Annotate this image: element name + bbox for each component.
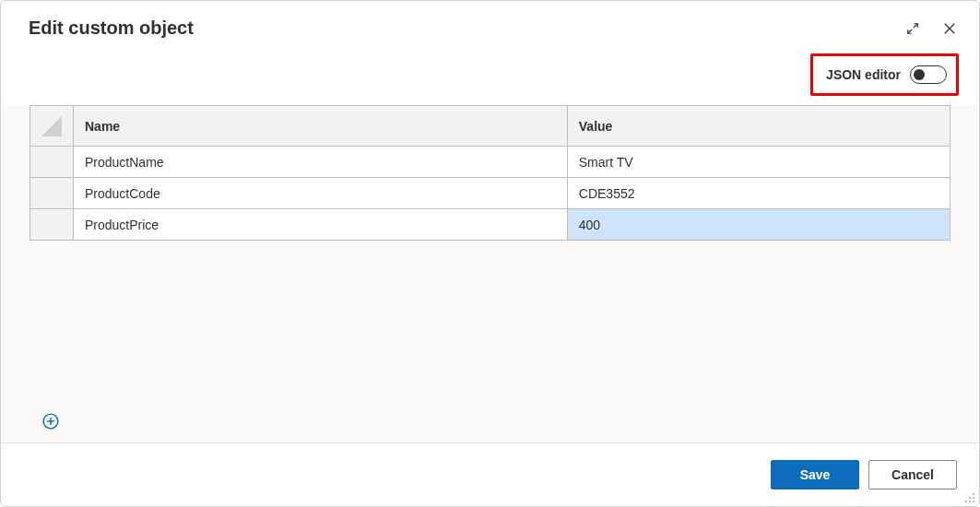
add-row-icon[interactable] [42,413,59,430]
cell-name[interactable]: ProductName [74,147,568,178]
svg-point-10 [965,501,967,502]
close-icon[interactable] [942,21,957,36]
dialog-header: Edit custom object [1,1,979,44]
table-row: ProductNameSmart TV [30,147,950,178]
edit-custom-object-dialog: Edit custom object JSON editor [0,0,980,507]
svg-point-6 [973,497,974,499]
json-editor-label: JSON editor [826,67,901,82]
svg-point-7 [973,501,974,502]
table-wrapper: Name Value ProductNameSmart TVProductCod… [2,105,978,442]
cancel-button[interactable]: Cancel [868,460,957,489]
json-editor-toggle[interactable] [910,65,947,84]
cell-name[interactable]: ProductCode [74,178,568,209]
row-handle[interactable] [30,147,74,178]
select-all-triangle-icon [41,116,62,136]
toggle-knob [914,69,925,80]
table-empty-space [30,241,950,404]
cell-value[interactable]: 400 [567,209,950,241]
resize-grip-icon[interactable] [964,491,975,502]
cell-value[interactable]: CDE3552 [567,178,950,209]
table-row: ProductCodeCDE3552 [30,178,950,209]
save-button[interactable]: Save [771,460,859,489]
table-corner-cell[interactable] [30,106,74,147]
row-handle[interactable] [30,178,74,209]
header-icons [905,21,957,36]
expand-icon[interactable] [905,21,920,36]
dialog-footer: Save Cancel [1,442,979,506]
column-header-name[interactable]: Name [74,106,568,147]
toolbar-row: JSON editor [1,44,979,105]
table-row: ProductPrice400 [30,209,950,241]
dialog-title: Edit custom object [29,18,905,39]
svg-point-5 [973,493,974,495]
cell-value[interactable]: Smart TV [567,147,950,178]
add-row-bar [30,404,950,442]
row-handle[interactable] [30,209,74,241]
svg-point-8 [969,497,971,499]
properties-table: Name Value ProductNameSmart TVProductCod… [30,105,950,241]
cell-name[interactable]: ProductPrice [74,209,568,241]
svg-point-9 [969,501,971,502]
column-header-value[interactable]: Value [567,106,950,147]
json-editor-toggle-container: JSON editor [810,53,959,96]
